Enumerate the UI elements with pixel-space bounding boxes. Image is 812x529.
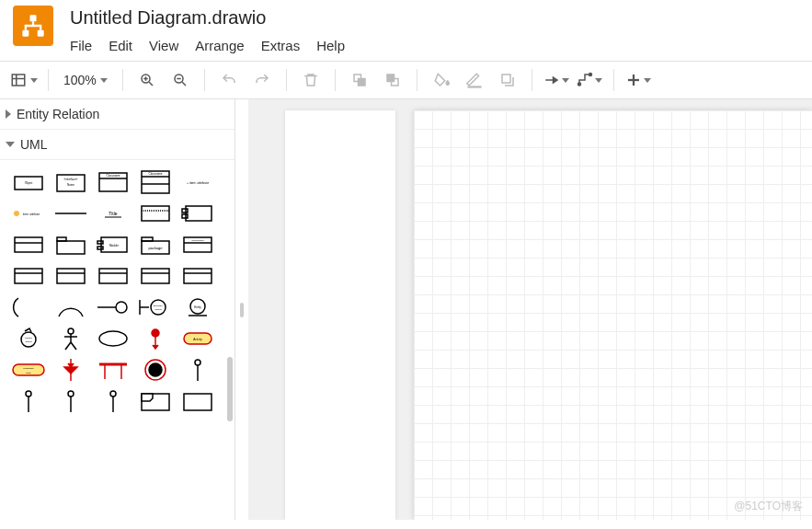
uml-box1[interactable] [9, 232, 48, 258]
section-uml[interactable]: UML [0, 130, 234, 160]
uml-frame[interactable] [136, 388, 175, 414]
menu-arrange[interactable]: Arrange [195, 38, 244, 53]
svg-marker-98 [64, 367, 77, 374]
fill-color-button[interactable] [427, 65, 456, 95]
line-color-button[interactable] [460, 65, 489, 95]
uml-frame2[interactable] [178, 388, 217, 414]
svg-rect-61 [15, 269, 42, 283]
uml-line[interactable] [51, 201, 90, 226]
uml-fork[interactable] [94, 357, 132, 383]
zoom-in-button[interactable] [132, 65, 162, 95]
uml-actor[interactable] [51, 326, 90, 351]
svg-rect-14 [358, 79, 365, 86]
uml-note[interactable] [136, 201, 175, 226]
section-entity-relation[interactable]: Entity Relation [0, 99, 234, 130]
uml-title[interactable]: Title [94, 201, 132, 226]
svg-text:state: state [26, 372, 31, 374]
menu-view[interactable]: View [149, 38, 178, 53]
section-label: Entity Relation [17, 107, 99, 121]
uml-usecase-arc[interactable] [51, 294, 90, 320]
uml-object[interactable]: Object [9, 169, 48, 195]
delete-button[interactable] [296, 65, 326, 95]
to-back-button[interactable] [378, 65, 407, 95]
shadow-button[interactable] [493, 65, 522, 95]
svg-point-90 [152, 329, 159, 337]
svg-rect-56 [142, 237, 153, 241]
menubar: File Edit View Arrange Extras Help [70, 38, 345, 53]
uml-box6[interactable] [178, 263, 217, 289]
sidebar-scrollbar[interactable] [227, 357, 233, 421]
diagram-page[interactable] [414, 110, 812, 520]
menu-extras[interactable]: Extras [261, 38, 301, 53]
uml-pin2[interactable] [9, 388, 48, 414]
uml-component[interactable] [178, 201, 217, 226]
uml-pin3[interactable] [51, 388, 90, 414]
uml-control[interactable]: ControlObject [9, 326, 48, 351]
uml-component2[interactable]: «component» [178, 232, 217, 258]
to-front-button[interactable] [345, 65, 374, 95]
connection-button[interactable] [542, 65, 571, 95]
document-title[interactable]: Untitled Diagram.drawio [70, 7, 345, 29]
uml-boundary[interactable]: BoundaryObject [136, 294, 175, 320]
uml-provided[interactable] [94, 294, 132, 320]
header: Untitled Diagram.drawio File Edit View A… [0, 0, 812, 53]
uml-tabbed[interactable] [51, 232, 90, 258]
uml-ellipse[interactable] [94, 326, 132, 351]
uml-start[interactable] [136, 326, 175, 351]
uml-end[interactable] [136, 357, 175, 383]
uml-package[interactable]: package [136, 232, 175, 258]
uml-fork-down[interactable] [51, 357, 90, 383]
svg-line-88 [71, 342, 76, 350]
uml-box4[interactable] [94, 263, 132, 289]
uml-pin[interactable] [178, 357, 217, 383]
svg-text:Object: Object [25, 340, 32, 343]
app-logo[interactable] [13, 6, 53, 46]
splitter-handle-icon [240, 303, 244, 317]
splitter[interactable] [235, 99, 248, 520]
undo-button[interactable] [214, 65, 244, 95]
zoom-select[interactable]: 100% [58, 73, 113, 87]
uml-activity[interactable]: Activity [178, 326, 217, 351]
svg-rect-50 [57, 237, 66, 241]
uml-item-attr2[interactable]: item: attribute [9, 201, 48, 226]
svg-point-89 [99, 331, 127, 346]
uml-interface[interactable]: «interface»Name [51, 169, 90, 195]
prev-page-edge [285, 110, 395, 520]
redo-button[interactable] [247, 65, 277, 95]
uml-module[interactable]: Module [94, 232, 132, 258]
svg-rect-49 [57, 241, 85, 254]
canvas-area[interactable]: @51CTO博客 [248, 99, 812, 520]
svg-point-72 [116, 302, 127, 313]
uml-class-simple[interactable]: Classname [94, 169, 132, 195]
svg-point-105 [195, 360, 200, 365]
uml-pin4[interactable] [94, 388, 132, 414]
svg-text:Entity: Entity [194, 305, 201, 309]
svg-point-81 [21, 332, 36, 347]
uml-entity[interactable]: Entity [178, 294, 217, 320]
uml-usecase-half[interactable] [9, 294, 48, 320]
uml-box2[interactable] [9, 263, 48, 289]
waypoint-button[interactable] [575, 65, 604, 95]
svg-point-37 [14, 211, 19, 216]
svg-rect-47 [15, 237, 42, 252]
insert-button[interactable] [623, 65, 653, 95]
uml-item-attribute[interactable]: + item: attribute [178, 169, 217, 195]
svg-text:composite: composite [23, 367, 34, 370]
svg-text:Object: Object [25, 181, 33, 185]
uml-label[interactable]: compositestate [9, 357, 48, 383]
toolbar: 100% [0, 61, 812, 99]
uml-box3[interactable] [51, 263, 90, 289]
sidebar-toggle-button[interactable] [9, 65, 39, 95]
svg-line-7 [149, 82, 153, 86]
svg-point-107 [26, 391, 31, 397]
zoom-out-button[interactable] [166, 65, 195, 95]
menu-file[interactable]: File [70, 38, 92, 53]
menu-edit[interactable]: Edit [109, 38, 132, 53]
svg-text:Classname: Classname [106, 174, 120, 178]
uml-class-full[interactable]: Classname [136, 169, 175, 195]
svg-text:«component»: «component» [190, 239, 205, 242]
menu-help[interactable]: Help [316, 38, 345, 53]
uml-box5[interactable] [136, 263, 175, 289]
svg-rect-44 [186, 206, 212, 221]
svg-text:+ item: attribute: + item: attribute [187, 181, 209, 185]
